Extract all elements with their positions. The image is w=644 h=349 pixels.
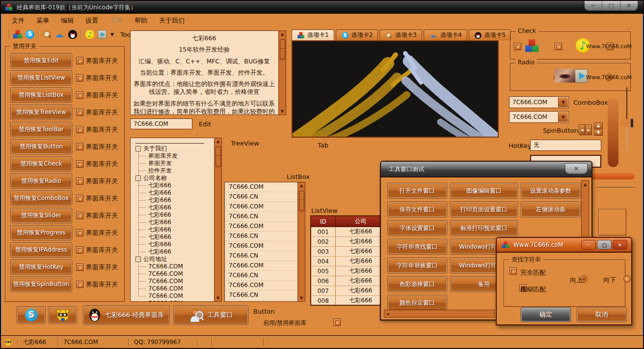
tree-child-item[interactable]: 七彩666 (131, 241, 214, 248)
ui-switch-checkbox-3[interactable] (76, 109, 83, 116)
disable-button-13[interactable]: 禁用恢复SpinButton (11, 277, 72, 291)
tool-window-hscrollbar[interactable]: ◄ (384, 310, 495, 318)
close-button[interactable]: ✕ (620, 1, 638, 10)
menu-item-关于我们[interactable]: 关于我们 (154, 15, 189, 27)
listbox-item[interactable]: 7C666.CN (225, 232, 297, 241)
scroll-thumb[interactable] (299, 191, 304, 211)
menu-item-帮助[interactable]: 帮助 (130, 15, 152, 27)
list-box[interactable]: 7C666.COM7C666.CN7C666.COM7C666.CN7C666.… (224, 182, 305, 302)
qq-music-icon[interactable] (85, 30, 94, 39)
toolbar-dropdown-icon[interactable]: ▼ (110, 32, 114, 37)
listbox-item[interactable]: 7C666.COM (225, 202, 297, 212)
disable-button-5[interactable]: 禁用恢复Button (11, 140, 72, 154)
ui-switch-checkbox-5[interactable] (76, 143, 83, 150)
tree-child-item[interactable]: 七彩666 (131, 226, 214, 233)
toolwin-button-打开文件窗口[interactable]: 打开文件窗口 (388, 183, 447, 198)
tree-node-0[interactable]: -关于我们 (131, 145, 214, 152)
tool-window-titlebar[interactable]: 工具窗口测试 ✕ (381, 162, 591, 176)
tree-child-item[interactable]: 七彩666 (131, 211, 214, 219)
toolwin-button-字体设置窗口[interactable]: 字体设置窗口 (388, 221, 447, 235)
tree-child-item[interactable]: 七彩666 (131, 204, 214, 211)
scroll-up-icon[interactable]: ▲ (298, 182, 305, 189)
tab-4[interactable]: 选项卡4 (424, 29, 467, 40)
find-close-button[interactable]: ✕ (613, 240, 627, 250)
ok-button[interactable]: 确定 (521, 308, 570, 321)
disable-button-3[interactable]: 禁用恢复TreeView (11, 105, 72, 119)
tab-2[interactable]: 选项卡2 (336, 29, 378, 40)
ui-switch-checkbox-13[interactable] (76, 281, 83, 288)
tab-1[interactable]: 选项卡1 (292, 29, 334, 40)
search-down-radio[interactable] (623, 275, 631, 283)
ui-switch-checkbox-2[interactable] (76, 91, 83, 99)
ui-switch-checkbox-10[interactable] (76, 229, 83, 236)
tree-child-item[interactable]: 七彩666 (131, 189, 214, 197)
tree-view[interactable]: -关于我们界面库开发界面开发控件开发-公司名称七彩666七彩666七彩666七彩… (130, 138, 222, 302)
scroll-down-icon[interactable]: ▼ (298, 295, 305, 301)
toolwin-button-色彩选择窗口[interactable]: 色彩选择窗口 (388, 277, 447, 291)
disable-button-0[interactable]: 禁用恢复Edit (11, 54, 72, 68)
disable-button-12[interactable]: 禁用恢复HotKey (11, 260, 72, 274)
qq-icon[interactable] (68, 30, 77, 39)
toolwin-button-字符串替换窗口[interactable]: 字符串替换窗口 (388, 258, 447, 273)
disable-button-2[interactable]: 禁用恢复ListBox (11, 88, 72, 102)
ui-switch-checkbox-0[interactable] (76, 57, 83, 64)
disable-button-1[interactable]: 禁用恢复ListView (11, 71, 72, 85)
listbox-item[interactable]: 7C666.CN (225, 271, 297, 281)
tree-child-item[interactable]: 七彩666 (131, 248, 214, 256)
toolwin-button-颜色自定窗口[interactable]: 颜色自定窗口 (388, 295, 447, 310)
tree-child-item[interactable]: 七彩666 (131, 197, 214, 204)
combo-dropdown-icon[interactable]: ▼ (558, 112, 568, 122)
tree-child-item[interactable]: 界面开发 (131, 160, 214, 167)
listbox-item[interactable]: 7C666.COM (225, 241, 297, 251)
tree-child-item[interactable]: 七彩666 (131, 233, 214, 241)
ui-switch-checkbox-1[interactable] (76, 74, 83, 82)
combobox-2[interactable]: 7C666.COM ▼ (509, 111, 569, 123)
find-minimize-button[interactable]: ─ (581, 240, 596, 250)
tree-collapse-icon[interactable]: - (135, 175, 141, 181)
scroll-down-icon[interactable]: ▼ (279, 108, 286, 115)
tree-node-2[interactable]: -公司地址 (131, 256, 214, 263)
tree-scrollbar[interactable]: ▲ ▼ (214, 138, 221, 301)
hotkey-field[interactable]: 无 (530, 140, 601, 151)
toolwin-button-保存文件窗口[interactable]: 保存文件窗口 (388, 202, 447, 217)
checkbox-mfc[interactable] (514, 43, 521, 50)
toolwin-button-左侧滚动条[interactable]: 左侧滚动条 (521, 202, 580, 217)
scroll-up-icon[interactable]: ▲ (582, 181, 589, 188)
ui-switch-checkbox-11[interactable] (76, 246, 83, 254)
tree-child-item[interactable]: 七彩666 (131, 219, 214, 226)
tree-child-item[interactable]: 7C666.COM (131, 285, 214, 292)
menu-item-编辑[interactable]: 编辑 (56, 15, 79, 27)
listbox-item[interactable]: 7C666.COM (225, 261, 297, 271)
ui-switch-checkbox-8[interactable] (76, 195, 83, 202)
menu-item-设置[interactable]: 设置 (80, 15, 103, 27)
tree-node-1[interactable]: -公司名称 (131, 174, 214, 182)
skype-icon[interactable] (26, 30, 34, 39)
disable-button-4[interactable]: 禁用恢复ToolBar (11, 122, 72, 137)
mfc-icon[interactable] (13, 30, 22, 39)
listview-header-公司[interactable]: 公司 (336, 216, 386, 227)
listbox-item[interactable]: 7C666.CN (225, 251, 297, 261)
tree-child-item[interactable]: 7C666.COM (131, 300, 214, 301)
tree-child-item[interactable]: 七彩666 (131, 182, 214, 189)
tool-window-button[interactable]: 工具窗口 (174, 306, 248, 324)
ui-switch-checkbox-7[interactable] (76, 177, 83, 185)
enable-ui-checkbox[interactable] (333, 319, 341, 326)
toolwin-button-标准打印预览窗口[interactable]: 标准打印预览窗口 (451, 221, 517, 235)
ui-switch-checkbox-12[interactable] (76, 263, 83, 271)
tree-child-item[interactable]: 7C666.COM (131, 292, 214, 300)
tool-window-close-button[interactable]: ✕ (565, 163, 588, 174)
scroll-up-icon[interactable]: ▲ (279, 31, 286, 37)
listbox-scrollbar[interactable]: ▲ ▼ (297, 182, 305, 301)
listbox-item[interactable]: 7C666.CN (225, 212, 297, 222)
maximize-button[interactable]: □ (602, 1, 620, 10)
tab-3[interactable]: 选项卡3 (379, 29, 422, 40)
disable-button-7[interactable]: 禁用恢复Radio (11, 174, 72, 188)
menu-item-文件[interactable]: 文件 (7, 15, 29, 27)
scroll-left-icon[interactable]: ◄ (384, 311, 391, 317)
spin-left-icon[interactable]: ◄ (579, 124, 585, 135)
mascot-button[interactable] (49, 307, 77, 323)
listbox-item[interactable]: 7C666.CN (225, 291, 297, 300)
tree-child-item[interactable]: 界面库开发 (131, 152, 214, 160)
info-scrollbar[interactable]: ▲ ▼ (278, 31, 286, 115)
menu-item-菜单[interactable]: 菜单 (31, 15, 54, 27)
